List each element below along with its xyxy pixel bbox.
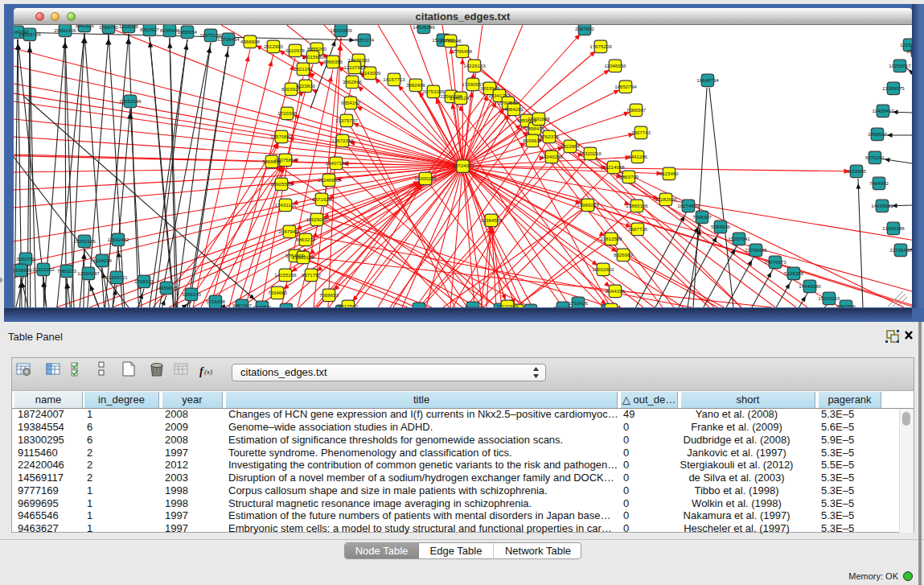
- svg-text:13672318: 13672318: [331, 138, 354, 143]
- svg-text:8863709: 8863709: [619, 174, 639, 179]
- svg-text:1733426: 1733426: [569, 300, 589, 306]
- svg-text:18300295: 18300295: [414, 175, 437, 181]
- svg-text:3662846: 3662846: [343, 79, 363, 84]
- svg-text:10252817: 10252817: [889, 63, 911, 68]
- svg-text:1215801: 1215801: [900, 42, 912, 47]
- svg-text:16800792: 16800792: [408, 306, 430, 307]
- svg-text:22246845: 22246845: [318, 177, 340, 183]
- svg-text:4124074: 4124074: [92, 257, 113, 263]
- svg-text:16648794: 16648794: [696, 77, 719, 83]
- svg-text:16407140: 16407140: [325, 160, 347, 166]
- svg-text:5109359: 5109359: [784, 270, 804, 276]
- svg-text:22321002: 22321002: [32, 266, 55, 272]
- svg-text:4590551: 4590551: [253, 304, 273, 307]
- svg-text:16015680: 16015680: [302, 54, 324, 60]
- svg-text:16033809: 16033809: [330, 27, 352, 33]
- svg-text:14076573: 14076573: [764, 259, 786, 265]
- svg-text:3507743: 3507743: [631, 130, 651, 135]
- svg-text:8270261: 8270261: [865, 154, 885, 160]
- svg-text:2087682: 2087682: [575, 26, 595, 31]
- svg-text:1766750: 1766750: [99, 25, 119, 30]
- svg-text:7796458: 7796458: [453, 48, 473, 54]
- svg-text:1756157: 1756157: [602, 307, 622, 307]
- svg-text:14226163: 14226163: [463, 63, 486, 68]
- svg-text:9571782: 9571782: [302, 272, 322, 278]
- svg-text:21375737: 21375737: [335, 117, 358, 123]
- svg-text:5441286: 5441286: [628, 154, 648, 159]
- svg-text:15267041: 15267041: [728, 236, 750, 241]
- svg-text:1858697: 1858697: [868, 131, 888, 137]
- svg-text:5716308: 5716308: [206, 299, 226, 304]
- svg-text:3687728: 3687728: [628, 226, 648, 232]
- svg-text:14535349: 14535349: [413, 25, 435, 30]
- svg-text:11629096: 11629096: [306, 216, 328, 222]
- svg-text:20905553: 20905553: [270, 181, 293, 187]
- svg-text:14157713: 14157713: [383, 76, 405, 82]
- svg-text:1218285: 1218285: [119, 25, 139, 29]
- svg-text:20199920: 20199920: [14, 267, 32, 273]
- svg-text:9762374: 9762374: [540, 134, 560, 139]
- svg-text:9115460: 9115460: [659, 171, 679, 176]
- svg-text:18724007: 18724007: [452, 163, 474, 168]
- svg-text:12504247: 12504247: [77, 270, 100, 276]
- svg-text:14055724: 14055724: [18, 31, 41, 37]
- svg-text:18274690: 18274690: [677, 203, 700, 208]
- svg-text:20691406: 20691406: [54, 27, 76, 33]
- svg-text:21451247: 21451247: [450, 95, 472, 101]
- svg-text:5594526: 5594526: [711, 224, 731, 229]
- svg-text:11046056: 11046056: [604, 63, 626, 68]
- svg-text:3442325: 3442325: [75, 25, 95, 28]
- svg-text:9199617: 9199617: [523, 138, 543, 143]
- svg-text:2612903: 2612903: [264, 43, 284, 49]
- svg-text:22799495: 22799495: [745, 247, 767, 253]
- svg-text:11143009: 11143009: [359, 70, 381, 76]
- svg-text:19786846: 19786846: [439, 38, 462, 43]
- svg-text:7860223: 7860223: [57, 268, 77, 274]
- svg-text:21812588: 21812588: [600, 236, 622, 241]
- svg-text:14959025: 14959025: [155, 285, 178, 290]
- svg-text:7598307: 7598307: [692, 214, 713, 220]
- svg-text:5468831: 5468831: [262, 159, 282, 164]
- svg-text:8363927: 8363927: [140, 27, 160, 32]
- svg-text:8044395: 8044395: [606, 288, 626, 294]
- svg-text:1567589: 1567589: [277, 307, 297, 307]
- svg-text:7357274: 7357274: [355, 37, 375, 43]
- svg-text:8355260: 8355260: [307, 46, 327, 51]
- svg-text:12237912: 12237912: [343, 64, 366, 70]
- svg-text:14340283: 14340283: [540, 154, 563, 159]
- svg-text:17431101: 17431101: [274, 202, 297, 208]
- svg-text:7334680: 7334680: [268, 290, 288, 295]
- svg-text:4684281: 4684281: [504, 106, 524, 112]
- svg-text:2790532: 2790532: [499, 100, 519, 105]
- svg-text:19384554: 19384554: [480, 217, 503, 223]
- svg-text:17675209: 17675209: [589, 43, 612, 49]
- svg-text:21214088: 21214088: [602, 164, 625, 170]
- svg-text:17535079: 17535079: [462, 305, 484, 307]
- svg-text:20053346: 20053346: [119, 98, 142, 104]
- svg-text:6371923: 6371923: [312, 196, 332, 202]
- svg-text:13570687: 13570687: [270, 134, 293, 139]
- svg-text:6110979: 6110979: [285, 47, 305, 53]
- svg-text:8203927: 8203927: [281, 86, 302, 92]
- svg-text:8236948: 8236948: [160, 27, 180, 33]
- svg-text:8863274: 8863274: [296, 237, 316, 242]
- svg-text:17282636: 17282636: [655, 196, 677, 202]
- svg-text:18650794: 18650794: [614, 84, 637, 89]
- svg-text:14155266: 14155266: [274, 272, 297, 278]
- svg-text:20479411: 20479411: [278, 229, 301, 234]
- svg-text:19969219: 19969219: [577, 202, 599, 208]
- svg-text:18391808: 18391808: [528, 116, 550, 122]
- svg-text:7568653: 7568653: [319, 292, 339, 298]
- svg-text:15318215: 15318215: [818, 295, 840, 301]
- svg-text:14449080: 14449080: [799, 283, 821, 289]
- svg-text:11405417: 11405417: [872, 108, 894, 113]
- svg-text:(x): (x): [204, 368, 212, 376]
- svg-text:5159143: 5159143: [182, 291, 202, 297]
- svg-text:7086567: 7086567: [626, 107, 647, 113]
- svg-text:21679382: 21679382: [347, 57, 370, 63]
- svg-text:12359721: 12359721: [105, 274, 128, 280]
- svg-text:6517562: 6517562: [339, 303, 359, 307]
- svg-text:11642462: 11642462: [107, 237, 129, 242]
- svg-text:1521291: 1521291: [294, 66, 314, 72]
- svg-text:21400388: 21400388: [882, 225, 905, 231]
